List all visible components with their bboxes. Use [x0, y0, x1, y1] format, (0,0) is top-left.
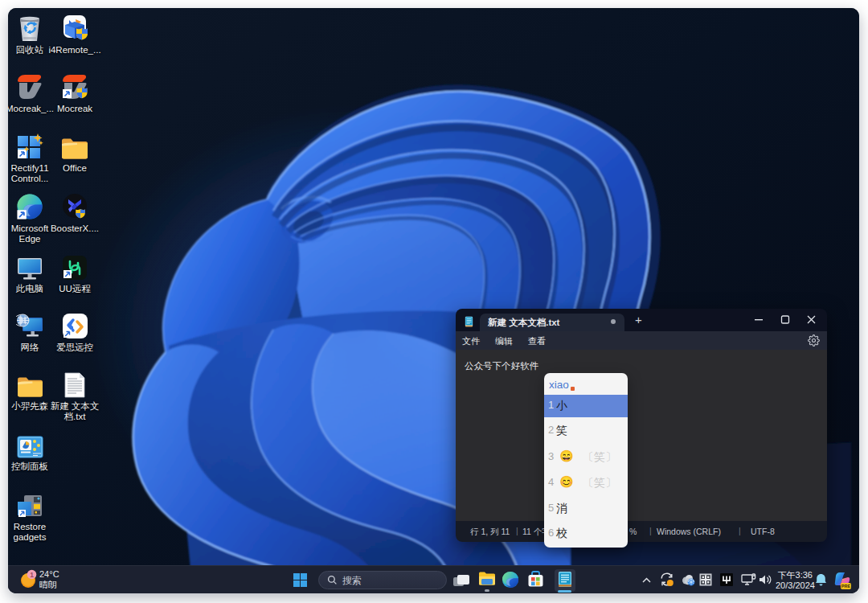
svg-text:PRE: PRE — [841, 584, 851, 589]
svg-text:1: 1 — [30, 571, 34, 579]
